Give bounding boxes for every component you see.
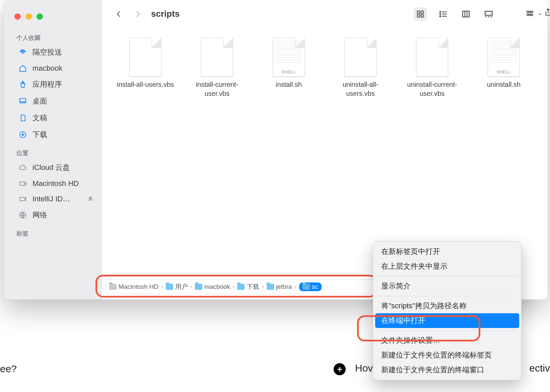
file-icon: SHELL: [488, 38, 520, 77]
path-crumb[interactable]: Macintosh HD: [109, 283, 158, 290]
path-crumb-label: 下载: [247, 282, 259, 291]
eject-icon[interactable]: [87, 195, 93, 203]
file-kind-tag: SHELL: [496, 69, 511, 74]
path-crumb[interactable]: macbook: [195, 283, 230, 290]
file-icon: SHELL: [273, 38, 305, 77]
gallery-view-button[interactable]: [482, 7, 495, 21]
file-icon: [344, 38, 376, 77]
background-text-right: ectiv: [529, 363, 550, 374]
chevron-right-icon: ›: [262, 284, 264, 290]
context-menu-item[interactable]: 文件夹操作设置…: [373, 333, 521, 348]
chevron-right-icon: ›: [294, 284, 296, 290]
svg-rect-33: [531, 14, 533, 15]
menu-separator: [377, 330, 517, 331]
sidebar-item[interactable]: 下载: [7, 126, 99, 143]
disk-icon: [18, 179, 27, 188]
sidebar-item[interactable]: 桌面: [7, 93, 99, 110]
file-icon: [201, 38, 233, 77]
file-item[interactable]: uninstall-all-users.vbs: [325, 38, 396, 98]
svg-rect-13: [417, 15, 420, 17]
desktop-icon: [18, 97, 27, 106]
download-icon: [18, 130, 27, 139]
sidebar-item-label: 隔空投送: [32, 47, 62, 57]
sidebar-item[interactable]: IntelliJ ID…: [7, 191, 99, 207]
sidebar-item-label: 桌面: [32, 96, 47, 106]
svg-rect-1: [20, 99, 26, 103]
path-crumb[interactable]: 用户: [166, 282, 188, 291]
path-crumb[interactable]: jetbra: [267, 283, 292, 290]
svg-point-6: [24, 183, 25, 184]
share-button[interactable]: [543, 8, 550, 18]
svg-rect-28: [527, 11, 528, 12]
path-crumb-label: macbook: [204, 283, 230, 290]
path-crumb-label: Macintosh HD: [119, 283, 158, 290]
context-menu-item[interactable]: 在新标签页中打开: [373, 244, 521, 259]
file-icon: [416, 38, 448, 77]
back-button[interactable]: [112, 7, 126, 21]
path-bar[interactable]: Macintosh HD›用户›macbook›下载›jetbra›sc: [106, 279, 410, 294]
svg-rect-32: [529, 14, 531, 15]
file-item[interactable]: SHELLuninstall.sh: [468, 38, 540, 98]
file-icon: [129, 38, 161, 77]
sidebar: 个人收藏隔空投送macbook应用程序桌面文稿下载位置iCloud 云盘Maci…: [4, 0, 102, 300]
plus-icon: +: [334, 363, 346, 375]
file-label: uninstall-all-users.vbs: [329, 80, 392, 98]
sidebar-item[interactable]: 隔空投送: [7, 44, 99, 61]
context-menu-item[interactable]: 将"scripts"拷贝为路径名称: [373, 299, 521, 313]
path-crumb-label: 用户: [175, 282, 188, 291]
minimize-window-button[interactable]: [25, 13, 32, 20]
column-view-button[interactable]: [459, 7, 473, 21]
icon-view-button[interactable]: [414, 7, 427, 21]
context-menu-item[interactable]: 新建位于文件夹位置的终端窗口: [373, 363, 521, 377]
file-kind-tag: SHELL: [281, 69, 296, 74]
sidebar-item-label: iCloud 云盘: [32, 162, 70, 173]
svg-rect-9: [88, 200, 92, 200]
sidebar-section-title: 个人收藏: [4, 28, 102, 44]
list-view-button[interactable]: [436, 7, 450, 21]
file-label: install.sh: [276, 80, 302, 89]
svg-rect-12: [421, 11, 423, 13]
chevron-right-icon: ›: [191, 284, 192, 290]
path-crumb-label: jetbra: [276, 283, 292, 290]
menu-separator: [377, 276, 517, 276]
svg-rect-14: [421, 15, 423, 17]
file-item[interactable]: install-all-users.vbs: [110, 38, 181, 98]
disk-icon: [18, 195, 27, 203]
close-window-button[interactable]: [14, 13, 21, 20]
context-menu-item[interactable]: 在终端中打开: [375, 313, 519, 328]
path-crumb-label: sc: [312, 283, 318, 290]
file-item[interactable]: install-current-user.vbs: [181, 38, 253, 98]
sidebar-item-label: 下载: [32, 130, 47, 140]
background-text-left: ee?: [0, 363, 17, 375]
zoom-window-button[interactable]: [37, 13, 43, 20]
sidebar-item[interactable]: 网络: [7, 207, 99, 223]
sidebar-item[interactable]: Macintosh HD: [7, 176, 99, 191]
context-menu[interactable]: 在新标签页中打开在上层文件夹中显示显示简介将"scripts"拷贝为路径名称在终…: [373, 241, 522, 380]
svg-rect-24: [485, 11, 492, 15]
svg-point-16: [440, 13, 441, 14]
svg-rect-29: [529, 11, 531, 12]
context-menu-item[interactable]: 在上层文件夹中显示: [373, 259, 521, 274]
forward-button[interactable]: [131, 7, 144, 21]
group-by-button[interactable]: [526, 10, 542, 18]
sidebar-item[interactable]: iCloud 云盘: [7, 159, 99, 176]
context-menu-item[interactable]: 显示简介: [373, 279, 521, 293]
file-label: uninstall.sh: [487, 80, 521, 89]
file-item[interactable]: uninstall-current-user.vbs: [396, 38, 468, 98]
file-item[interactable]: SHELLinstall.sh: [253, 38, 325, 98]
chevron-right-icon: ›: [233, 284, 234, 290]
disk-icon: [109, 284, 117, 290]
sidebar-item-label: 文稿: [32, 113, 47, 123]
sidebar-item[interactable]: 应用程序: [7, 76, 99, 93]
folder-icon: [267, 284, 274, 290]
sidebar-item[interactable]: macbook: [7, 61, 99, 76]
path-crumb[interactable]: sc: [299, 282, 322, 291]
context-menu-item[interactable]: 新建位于文件夹位置的终端标签页: [373, 348, 521, 363]
svg-rect-21: [463, 11, 469, 17]
file-label: install-current-user.vbs: [185, 80, 249, 98]
path-crumb[interactable]: 下载: [237, 282, 259, 291]
sidebar-item[interactable]: 文稿: [7, 110, 99, 126]
window-traffic-lights: [4, 10, 102, 28]
svg-rect-31: [527, 14, 528, 15]
file-label: install-all-users.vbs: [117, 80, 174, 89]
